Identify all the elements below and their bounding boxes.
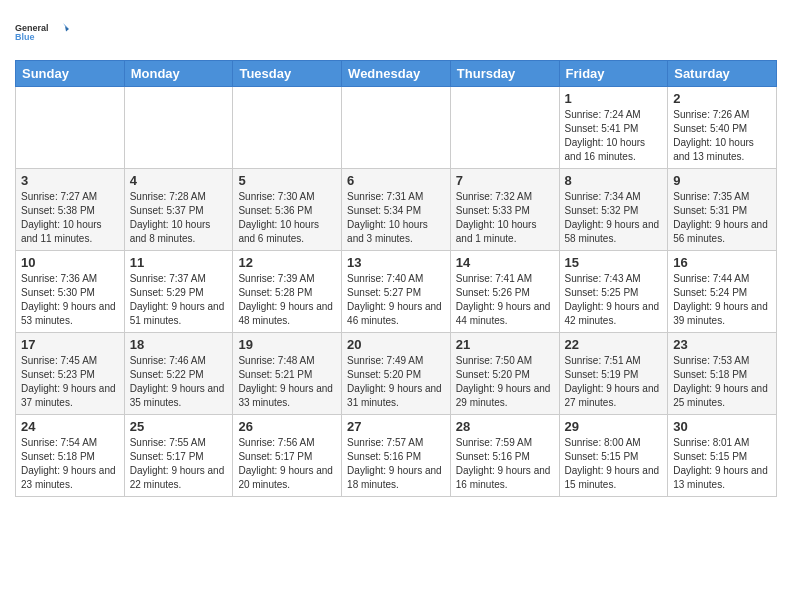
calendar-cell: 27Sunrise: 7:57 AM Sunset: 5:16 PM Dayli… xyxy=(342,415,451,497)
day-number: 2 xyxy=(673,91,771,106)
logo: General Blue xyxy=(15,10,70,52)
calendar-cell: 9Sunrise: 7:35 AM Sunset: 5:31 PM Daylig… xyxy=(668,169,777,251)
day-info: Sunrise: 7:32 AM Sunset: 5:33 PM Dayligh… xyxy=(456,190,554,246)
day-number: 21 xyxy=(456,337,554,352)
svg-text:General: General xyxy=(15,23,49,33)
calendar-cell: 15Sunrise: 7:43 AM Sunset: 5:25 PM Dayli… xyxy=(559,251,668,333)
day-number: 22 xyxy=(565,337,663,352)
calendar-cell: 7Sunrise: 7:32 AM Sunset: 5:33 PM Daylig… xyxy=(450,169,559,251)
day-info: Sunrise: 7:48 AM Sunset: 5:21 PM Dayligh… xyxy=(238,354,336,410)
calendar-week-2: 3Sunrise: 7:27 AM Sunset: 5:38 PM Daylig… xyxy=(16,169,777,251)
day-number: 13 xyxy=(347,255,445,270)
calendar-cell xyxy=(16,87,125,169)
calendar-cell: 25Sunrise: 7:55 AM Sunset: 5:17 PM Dayli… xyxy=(124,415,233,497)
day-number: 14 xyxy=(456,255,554,270)
day-number: 19 xyxy=(238,337,336,352)
calendar-header-row: SundayMondayTuesdayWednesdayThursdayFrid… xyxy=(16,61,777,87)
day-info: Sunrise: 7:43 AM Sunset: 5:25 PM Dayligh… xyxy=(565,272,663,328)
calendar-cell xyxy=(450,87,559,169)
weekday-header-monday: Monday xyxy=(124,61,233,87)
calendar-week-3: 10Sunrise: 7:36 AM Sunset: 5:30 PM Dayli… xyxy=(16,251,777,333)
day-number: 30 xyxy=(673,419,771,434)
day-info: Sunrise: 7:56 AM Sunset: 5:17 PM Dayligh… xyxy=(238,436,336,492)
calendar-cell: 11Sunrise: 7:37 AM Sunset: 5:29 PM Dayli… xyxy=(124,251,233,333)
day-number: 25 xyxy=(130,419,228,434)
calendar-cell: 5Sunrise: 7:30 AM Sunset: 5:36 PM Daylig… xyxy=(233,169,342,251)
day-info: Sunrise: 7:55 AM Sunset: 5:17 PM Dayligh… xyxy=(130,436,228,492)
logo-svg: General Blue xyxy=(15,10,70,52)
day-info: Sunrise: 7:46 AM Sunset: 5:22 PM Dayligh… xyxy=(130,354,228,410)
calendar-cell: 6Sunrise: 7:31 AM Sunset: 5:34 PM Daylig… xyxy=(342,169,451,251)
weekday-header-friday: Friday xyxy=(559,61,668,87)
day-info: Sunrise: 7:27 AM Sunset: 5:38 PM Dayligh… xyxy=(21,190,119,246)
calendar-cell: 13Sunrise: 7:40 AM Sunset: 5:27 PM Dayli… xyxy=(342,251,451,333)
day-info: Sunrise: 7:40 AM Sunset: 5:27 PM Dayligh… xyxy=(347,272,445,328)
weekday-header-thursday: Thursday xyxy=(450,61,559,87)
header: General Blue xyxy=(15,10,777,52)
calendar-cell: 26Sunrise: 7:56 AM Sunset: 5:17 PM Dayli… xyxy=(233,415,342,497)
day-info: Sunrise: 7:30 AM Sunset: 5:36 PM Dayligh… xyxy=(238,190,336,246)
calendar-cell: 4Sunrise: 7:28 AM Sunset: 5:37 PM Daylig… xyxy=(124,169,233,251)
day-number: 7 xyxy=(456,173,554,188)
page: General Blue SundayMondayTuesdayWednesda… xyxy=(0,0,792,612)
day-info: Sunrise: 7:53 AM Sunset: 5:18 PM Dayligh… xyxy=(673,354,771,410)
day-info: Sunrise: 7:59 AM Sunset: 5:16 PM Dayligh… xyxy=(456,436,554,492)
weekday-header-tuesday: Tuesday xyxy=(233,61,342,87)
calendar-cell: 24Sunrise: 7:54 AM Sunset: 5:18 PM Dayli… xyxy=(16,415,125,497)
calendar-cell xyxy=(342,87,451,169)
day-info: Sunrise: 7:41 AM Sunset: 5:26 PM Dayligh… xyxy=(456,272,554,328)
day-number: 20 xyxy=(347,337,445,352)
weekday-header-sunday: Sunday xyxy=(16,61,125,87)
weekday-header-saturday: Saturday xyxy=(668,61,777,87)
day-number: 12 xyxy=(238,255,336,270)
day-number: 27 xyxy=(347,419,445,434)
day-number: 29 xyxy=(565,419,663,434)
calendar-cell: 23Sunrise: 7:53 AM Sunset: 5:18 PM Dayli… xyxy=(668,333,777,415)
day-info: Sunrise: 7:36 AM Sunset: 5:30 PM Dayligh… xyxy=(21,272,119,328)
calendar-cell: 12Sunrise: 7:39 AM Sunset: 5:28 PM Dayli… xyxy=(233,251,342,333)
day-number: 10 xyxy=(21,255,119,270)
calendar-cell: 19Sunrise: 7:48 AM Sunset: 5:21 PM Dayli… xyxy=(233,333,342,415)
day-number: 11 xyxy=(130,255,228,270)
svg-marker-3 xyxy=(65,26,69,32)
calendar-cell: 14Sunrise: 7:41 AM Sunset: 5:26 PM Dayli… xyxy=(450,251,559,333)
day-info: Sunrise: 7:31 AM Sunset: 5:34 PM Dayligh… xyxy=(347,190,445,246)
day-info: Sunrise: 7:37 AM Sunset: 5:29 PM Dayligh… xyxy=(130,272,228,328)
calendar-cell: 1Sunrise: 7:24 AM Sunset: 5:41 PM Daylig… xyxy=(559,87,668,169)
day-number: 8 xyxy=(565,173,663,188)
svg-text:Blue: Blue xyxy=(15,32,35,42)
day-info: Sunrise: 7:44 AM Sunset: 5:24 PM Dayligh… xyxy=(673,272,771,328)
day-info: Sunrise: 7:39 AM Sunset: 5:28 PM Dayligh… xyxy=(238,272,336,328)
day-info: Sunrise: 7:57 AM Sunset: 5:16 PM Dayligh… xyxy=(347,436,445,492)
weekday-header-wednesday: Wednesday xyxy=(342,61,451,87)
day-number: 26 xyxy=(238,419,336,434)
day-number: 16 xyxy=(673,255,771,270)
day-number: 5 xyxy=(238,173,336,188)
calendar-cell: 17Sunrise: 7:45 AM Sunset: 5:23 PM Dayli… xyxy=(16,333,125,415)
calendar-week-1: 1Sunrise: 7:24 AM Sunset: 5:41 PM Daylig… xyxy=(16,87,777,169)
day-info: Sunrise: 7:51 AM Sunset: 5:19 PM Dayligh… xyxy=(565,354,663,410)
calendar-cell xyxy=(124,87,233,169)
day-info: Sunrise: 7:24 AM Sunset: 5:41 PM Dayligh… xyxy=(565,108,663,164)
day-number: 17 xyxy=(21,337,119,352)
calendar-cell: 30Sunrise: 8:01 AM Sunset: 5:15 PM Dayli… xyxy=(668,415,777,497)
calendar-week-5: 24Sunrise: 7:54 AM Sunset: 5:18 PM Dayli… xyxy=(16,415,777,497)
calendar-cell: 3Sunrise: 7:27 AM Sunset: 5:38 PM Daylig… xyxy=(16,169,125,251)
calendar-cell xyxy=(233,87,342,169)
day-number: 1 xyxy=(565,91,663,106)
day-info: Sunrise: 8:00 AM Sunset: 5:15 PM Dayligh… xyxy=(565,436,663,492)
day-number: 3 xyxy=(21,173,119,188)
day-number: 24 xyxy=(21,419,119,434)
calendar-cell: 20Sunrise: 7:49 AM Sunset: 5:20 PM Dayli… xyxy=(342,333,451,415)
calendar-cell: 29Sunrise: 8:00 AM Sunset: 5:15 PM Dayli… xyxy=(559,415,668,497)
calendar-cell: 28Sunrise: 7:59 AM Sunset: 5:16 PM Dayli… xyxy=(450,415,559,497)
calendar-cell: 16Sunrise: 7:44 AM Sunset: 5:24 PM Dayli… xyxy=(668,251,777,333)
day-number: 6 xyxy=(347,173,445,188)
calendar-cell: 21Sunrise: 7:50 AM Sunset: 5:20 PM Dayli… xyxy=(450,333,559,415)
calendar-cell: 10Sunrise: 7:36 AM Sunset: 5:30 PM Dayli… xyxy=(16,251,125,333)
day-info: Sunrise: 7:35 AM Sunset: 5:31 PM Dayligh… xyxy=(673,190,771,246)
calendar-table: SundayMondayTuesdayWednesdayThursdayFrid… xyxy=(15,60,777,497)
calendar-cell: 22Sunrise: 7:51 AM Sunset: 5:19 PM Dayli… xyxy=(559,333,668,415)
calendar-week-4: 17Sunrise: 7:45 AM Sunset: 5:23 PM Dayli… xyxy=(16,333,777,415)
day-info: Sunrise: 7:49 AM Sunset: 5:20 PM Dayligh… xyxy=(347,354,445,410)
